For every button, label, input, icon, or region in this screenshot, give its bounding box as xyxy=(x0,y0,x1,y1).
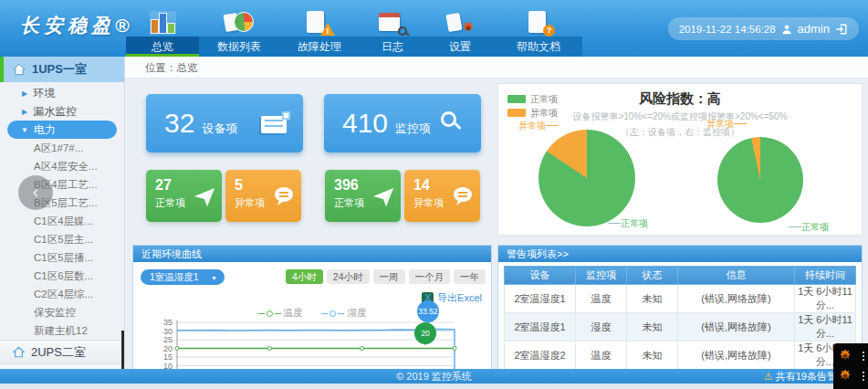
logout-icon[interactable] xyxy=(835,23,848,36)
user-info-pill[interactable]: 2019-11-22 14:56:28 admin xyxy=(668,17,859,40)
tab-overview[interactable]: 总览 xyxy=(126,0,199,57)
legend-swatch-normal xyxy=(507,95,526,103)
sidebar-collapse-button[interactable]: ‹ xyxy=(18,175,53,210)
username: admin xyxy=(798,22,830,36)
top-header: 长安稳盈® 总览 数据列表 ! 故障处理 xyxy=(0,0,868,57)
recorder-gear-icon xyxy=(837,368,853,384)
tab-help-docs[interactable]: ? 帮助文档 xyxy=(495,0,582,57)
device-count-card[interactable]: 32 设备项 xyxy=(146,94,303,152)
alerts-panel: 警告项列表>> 设备 监控项 状态 信息 持续时间 2室温湿度1温度未知(错误,… xyxy=(497,245,863,369)
tree-item-environment[interactable]: ▶环境 xyxy=(0,84,124,102)
tab-logs[interactable]: 日志 xyxy=(360,0,425,57)
col-header-duration: 持续时间 xyxy=(795,267,856,285)
range-button-week[interactable]: 一周 xyxy=(373,269,405,284)
range-button-24h[interactable]: 24小时 xyxy=(327,269,370,284)
menu-dots-icon xyxy=(863,370,864,383)
alert-row[interactable]: 2室温湿度2温度未知(错误,网络故障)1天 6小时11分... xyxy=(505,342,856,370)
home-icon xyxy=(13,63,26,76)
device-normal-card[interactable]: 27 正常项 xyxy=(146,170,222,222)
monitor-count-card[interactable]: 410 监控项 xyxy=(324,94,481,152)
app-window: 长安稳盈® 总览 数据列表 ! 故障处理 xyxy=(0,0,868,389)
group-label: 1UPS一室 xyxy=(32,61,87,78)
sidebar-scrollbar[interactable] xyxy=(121,331,124,369)
alert-row[interactable]: 2室温湿度1温度未知(错误,网络故障)1天 6小时11分... xyxy=(505,285,856,313)
alerts-panel-title[interactable]: 警告项列表>> xyxy=(498,246,862,262)
tree-child-item[interactable]: 新建主机12 xyxy=(0,321,124,340)
magnifier-icon xyxy=(439,111,468,135)
trend-panel-title: 近期环境曲线 xyxy=(133,246,491,262)
col-header-monitor: 监控项 xyxy=(576,267,627,285)
humidity-value-marker: 33.52 xyxy=(417,300,439,322)
time-range-buttons: 4小时 24小时 一周 一个月 一年 xyxy=(286,269,486,284)
temperature-value-marker: 20 xyxy=(414,322,436,344)
breadcrumb: 位置：总览 xyxy=(125,57,868,79)
footer: © 2019 监控系统 ⚠共有19条告警 xyxy=(0,369,868,384)
tab-label: 日志 xyxy=(360,37,425,57)
menu-dots-icon xyxy=(863,350,864,363)
warning-icon: ⚠ xyxy=(764,371,773,382)
tree-child-item[interactable]: 保安监控 xyxy=(0,303,124,321)
home-icon xyxy=(13,346,25,358)
tree-child-item[interactable]: C1区5层播... xyxy=(0,248,124,267)
screen-recorder-overlay[interactable] xyxy=(833,343,868,389)
tab-label: 数据列表 xyxy=(199,37,279,57)
pie-callout-abnormal: 异常项 xyxy=(518,120,559,132)
tree-child-item[interactable]: A区4层安全... xyxy=(0,157,124,175)
tree-child-item[interactable]: C1区4层媒... xyxy=(0,212,124,230)
main-nav: 总览 数据列表 ! 故障处理 日志 设置 xyxy=(126,0,582,57)
speech-bubble-icon xyxy=(273,186,295,206)
copyright: © 2019 监控系统 xyxy=(396,371,472,382)
trend-panel: 近期环境曲线 1室温湿度1▼ 4小时 24小时 一周 一个月 一年 X 导出Ex… xyxy=(132,245,492,369)
range-button-4h[interactable]: 4小时 xyxy=(286,269,323,284)
recorder-gear-icon xyxy=(837,348,853,364)
col-header-status: 状态 xyxy=(627,267,678,285)
bottom-strip xyxy=(0,384,868,389)
svg-text:15: 15 xyxy=(163,352,173,362)
sensor-dropdown[interactable]: 1室温湿度1▼ xyxy=(141,269,225,285)
speech-bubble-icon xyxy=(452,186,474,206)
paper-plane-icon xyxy=(372,186,394,208)
tree-child-item[interactable]: C1区6层数... xyxy=(0,267,124,285)
pie-callout-normal: 正常项 xyxy=(608,217,648,230)
monitor-abnormal-card[interactable]: 14 异常项 xyxy=(404,170,480,222)
alert-row[interactable]: 2室温湿度1湿度未知(错误,网络故障)1天 6小时11分... xyxy=(505,313,856,342)
tab-data-list[interactable]: 数据列表 xyxy=(199,0,279,57)
warning-doc-icon: ! xyxy=(303,9,336,37)
alert-count-status[interactable]: ⚠共有19条告警 xyxy=(764,369,837,384)
tab-fault-handling[interactable]: ! 故障处理 xyxy=(279,0,360,57)
pie-legend: 正常项 异常项 xyxy=(507,92,558,120)
calendar-search-icon xyxy=(376,9,409,37)
sidebar-group-1ups[interactable]: 1UPS一室 xyxy=(0,57,124,82)
device-pie-chart xyxy=(539,130,635,226)
tab-label: 故障处理 xyxy=(279,37,360,57)
device-abnormal-card[interactable]: 5 异常项 xyxy=(225,170,301,222)
tree-item-leak-monitor[interactable]: ▶漏水监控 xyxy=(0,102,124,121)
col-header-info: 信息 xyxy=(678,267,795,285)
tree-child-item[interactable]: C2区4层综... xyxy=(0,285,124,303)
svg-text:30: 30 xyxy=(163,327,173,336)
sidebar-group-2ups[interactable]: 2UPS二室 xyxy=(0,340,124,363)
range-button-month[interactable]: 一个月 xyxy=(409,269,451,284)
col-header-device: 设备 xyxy=(505,267,576,285)
monitor-pie-chart xyxy=(717,137,803,223)
tree-child-item[interactable]: C1区5层主... xyxy=(0,230,124,248)
tree-item-power[interactable]: ▼电力 xyxy=(7,121,117,139)
pie-callout-normal: 正常项 xyxy=(789,221,829,234)
range-button-year[interactable]: 一年 xyxy=(454,269,486,284)
pie-chart-icon xyxy=(223,9,256,37)
device-card-icon xyxy=(261,111,290,135)
app-logo: 长安稳盈® xyxy=(20,13,133,38)
risk-index-panel: 正常项 异常项 风险指数：高 设备报警率>10%<=20%或监控项报警率>20%… xyxy=(497,83,863,236)
tree-child-item[interactable]: A区1#7#... xyxy=(0,139,124,157)
group-label: 2UPS二室 xyxy=(31,344,86,361)
user-icon xyxy=(781,24,792,35)
datetime: 2019-11-22 14:56:28 xyxy=(679,24,776,35)
svg-text:20: 20 xyxy=(163,344,173,353)
monitor-count: 410 xyxy=(342,108,388,139)
tab-settings[interactable]: 设置 xyxy=(425,0,495,57)
legend-swatch-abnormal xyxy=(507,109,526,117)
device-count: 32 xyxy=(164,108,194,139)
monitor-normal-card[interactable]: 396 正常项 xyxy=(325,170,401,222)
tab-label: 帮助文档 xyxy=(495,37,582,57)
sidebar: 1UPS一室 ▶环境 ▶漏水监控 ▼电力 A区1#7#... A区4层安全...… xyxy=(0,57,125,369)
